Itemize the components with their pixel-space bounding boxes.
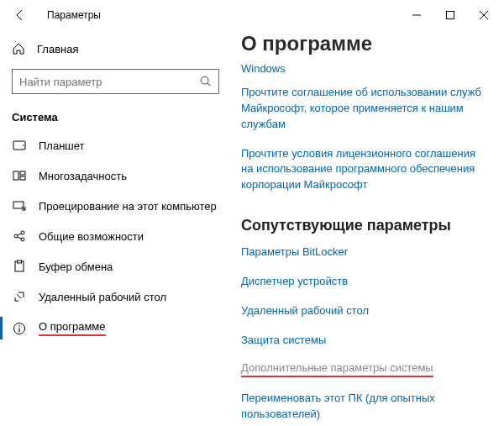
nav-item-projecting[interactable]: Проецирование на этот компьютер: [0, 191, 231, 221]
content-area: Главная Система Планшет Многозадачность: [0, 30, 504, 426]
svg-point-8: [14, 234, 18, 238]
link-device-manager[interactable]: Диспетчер устройств: [241, 274, 487, 290]
nav-panel: Главная Система Планшет Многозадачность: [0, 30, 231, 426]
multitasking-icon: [12, 169, 27, 182]
svg-point-9: [21, 231, 24, 234]
link-remote-desktop[interactable]: Удаленный рабочий стол: [241, 303, 487, 319]
nav-home-label: Главная: [37, 43, 78, 55]
link-system-protection[interactable]: Защита системы: [241, 333, 487, 349]
svg-rect-4: [13, 171, 18, 180]
home-icon: [12, 42, 25, 55]
nav-item-label: Удаленный рабочий стол: [39, 291, 166, 303]
info-icon: [12, 322, 27, 335]
close-button[interactable]: [467, 3, 501, 27]
link-license[interactable]: Прочтите условия лицензионного соглашени…: [241, 146, 487, 194]
search-container: [0, 62, 231, 103]
nav-item-label: Планшет: [39, 139, 85, 152]
remote-desktop-icon: [12, 290, 27, 303]
svg-rect-0: [447, 12, 454, 19]
svg-point-10: [21, 238, 24, 241]
nav-group-system: Система: [0, 103, 231, 130]
svg-rect-5: [20, 171, 25, 175]
svg-point-1: [201, 76, 208, 84]
nav-item-shared[interactable]: Общие возможности: [0, 221, 231, 251]
nav-item-clipboard[interactable]: Буфер обмена: [0, 251, 231, 281]
link-advanced-system[interactable]: Дополнительные параметры системы: [241, 361, 433, 377]
nav-item-label: Многозадачность: [39, 170, 127, 182]
link-rename-pc[interactable]: Переименовать этот ПК (для опытных польз…: [241, 391, 487, 423]
nav-item-tablet[interactable]: Планшет: [0, 130, 231, 160]
projecting-icon: [12, 199, 27, 213]
window-title: Параметры: [47, 9, 101, 21]
main-panel: О программе Windows Прочтите соглашение …: [231, 30, 504, 426]
svg-rect-6: [20, 176, 25, 180]
nav-item-remote-desktop[interactable]: Удаленный рабочий стол: [0, 281, 231, 312]
nav-item-about[interactable]: О программе: [0, 312, 231, 344]
search-input[interactable]: [19, 76, 200, 88]
windows-fragment-link[interactable]: Windows: [241, 62, 487, 75]
maximize-button[interactable]: [433, 3, 467, 27]
maximize-icon: [446, 11, 454, 19]
back-button[interactable]: [3, 0, 37, 30]
nav-item-label: Буфер обмена: [39, 260, 113, 273]
nav-item-label: О программе: [39, 320, 106, 336]
titlebar: Параметры: [0, 0, 504, 30]
link-bitlocker[interactable]: Параметры BitLocker: [241, 245, 487, 260]
nav-home[interactable]: Главная: [0, 35, 231, 62]
search-box[interactable]: [12, 69, 219, 94]
search-icon: [200, 76, 212, 87]
minimize-button[interactable]: [400, 3, 433, 27]
svg-point-3: [23, 145, 24, 146]
svg-point-14: [18, 325, 20, 327]
nav-item-label: Общие возможности: [39, 230, 144, 243]
clipboard-icon: [12, 260, 27, 273]
related-settings-header: Сопутствующие параметры: [241, 217, 487, 234]
tablet-icon: [12, 139, 27, 152]
minimize-icon: [412, 11, 421, 19]
link-services-agreement[interactable]: Прочтите соглашение об использовании слу…: [241, 85, 487, 133]
svg-rect-12: [18, 260, 22, 263]
nav-item-label: Проецирование на этот компьютер: [39, 200, 217, 213]
arrow-left-icon: [13, 8, 27, 22]
nav-item-multitasking[interactable]: Многозадачность: [0, 160, 231, 191]
close-icon: [480, 11, 488, 19]
share-icon: [12, 229, 27, 243]
page-title: О программе: [241, 30, 487, 64]
